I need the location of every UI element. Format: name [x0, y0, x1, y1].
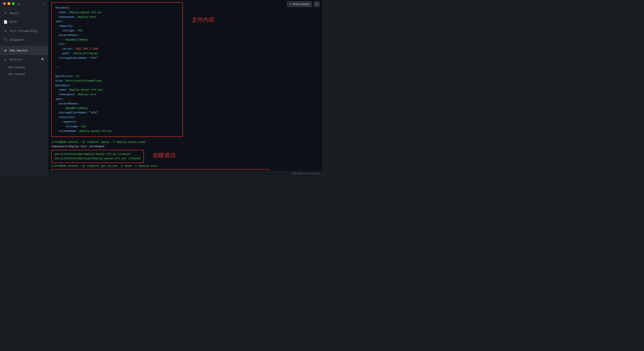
apply-output-namespace: namespace/deploy-test unchanged [51, 144, 319, 149]
created-box: persistentvolume/deploy-mysql-nfs-pv cre… [51, 150, 144, 163]
share-label: Share session [293, 3, 310, 6]
get-prompt: [root@k8s-master ~]# kubectl get pv,pvc … [51, 164, 158, 168]
apply-output-unchanged: namespace/deploy-test unchanged [51, 145, 104, 148]
apply-command-line: [root@k8s-master ~]# kubectl apply -f de… [51, 140, 319, 144]
port-forwarding-icon: ⇌ [4, 29, 8, 33]
sidebar-item-k8s-master-label: k8s-master [10, 49, 44, 52]
sidebar-item-k8s-node01[interactable]: k8s-node01 [0, 71, 48, 78]
table-section: NAME CAPACITY ACCESS MODES RECLAIM POLIC… [51, 169, 268, 171]
file-content-box: metadata: name: deploy-mysql-nfs-pv name… [51, 2, 183, 137]
sidebar-nav: ≡ Hosts 📄 SFTP ⇌ Port Forwarding {} Snip… [0, 9, 48, 176]
history-search-icon[interactable]: 🔍 [41, 58, 44, 61]
maximize-button[interactable] [12, 2, 15, 5]
sidebar-item-hosts[interactable]: ≡ Hosts [0, 9, 48, 18]
k8s-master-icon: ⚙ [4, 48, 8, 53]
sidebar: ⚙ ⬚ ≡ Hosts 📄 SFTP ⇌ Port Forwarding {} … [0, 0, 48, 176]
table-annotation: 查看 pv 和 pvc 状态 [275, 168, 319, 171]
k8s-node01-label: k8s-node01 [8, 72, 25, 76]
snippets-icon: {} [4, 38, 8, 42]
created-annotation: 创建成功 [153, 150, 176, 160]
sidebar-item-k8s-node02[interactable]: k8s-node02 [0, 64, 48, 71]
settings-icon[interactable]: ⚙ [18, 2, 20, 6]
file-content-text: metadata: name: deploy-mysql-nfs-pv name… [55, 6, 179, 134]
sidebar-item-port-forwarding[interactable]: ⇌ Port Forwarding [0, 26, 48, 36]
file-content-area: metadata: name: deploy-mysql-nfs-pv name… [51, 2, 319, 140]
share-session-button[interactable]: ↗ Share session [287, 1, 312, 7]
get-command-line: [root@k8s-master ~]# kubectl get pv,pvc … [51, 164, 319, 168]
sidebar-item-history-label: History [10, 58, 39, 62]
topbar: ↗ Share session ⊞ [285, 0, 322, 8]
status-label: CSDN @XiaoHH Superme [291, 172, 320, 175]
sidebar-item-hosts-label: Hosts [10, 12, 44, 15]
share-icon: ↗ [289, 3, 292, 6]
status-bar: CSDN @XiaoHH Superme [48, 171, 322, 176]
layout-button[interactable]: ⊞ [314, 1, 320, 7]
sidebar-item-port-forwarding-label: Port Forwarding [10, 30, 44, 33]
history-icon: ◷ [4, 58, 8, 62]
sidebar-item-snippets[interactable]: {} Snippets [0, 36, 48, 44]
screen-icon[interactable]: ⬚ [43, 3, 45, 6]
file-content-annotation: 文件内容 [192, 2, 214, 24]
close-button[interactable] [3, 2, 6, 5]
apply-prompt: [root@k8s-master ~]# kubectl apply -f de… [51, 140, 146, 144]
k8s-node02-label: k8s-node02 [8, 66, 25, 69]
main-terminal-area: ↗ Share session ⊞ metadata: name: deploy… [48, 0, 322, 176]
hosts-icon: ≡ [4, 12, 8, 15]
sidebar-item-k8s-master[interactable]: ⚙ k8s-master [0, 46, 48, 55]
terminal-output[interactable]: metadata: name: deploy-mysql-nfs-pv name… [48, 0, 322, 171]
minimize-button[interactable] [8, 2, 10, 5]
window-controls [0, 0, 18, 7]
table-area: NAME CAPACITY ACCESS MODES RECLAIM POLIC… [51, 168, 319, 171]
sidebar-item-sftp-label: SFTP [10, 20, 44, 24]
created-lines: persistentvolume/deploy-mysql-nfs-pv cre… [55, 152, 140, 161]
sidebar-item-sftp[interactable]: 📄 SFTP [0, 18, 48, 26]
sidebar-divider [0, 45, 48, 45]
sftp-icon: 📄 [4, 20, 8, 24]
sidebar-item-history[interactable]: ◷ History 🔍 [0, 55, 48, 64]
layout-icon: ⊞ [316, 3, 318, 6]
created-section: persistentvolume/deploy-mysql-nfs-pv cre… [51, 150, 319, 163]
sidebar-item-snippets-label: Snippets [10, 38, 44, 42]
